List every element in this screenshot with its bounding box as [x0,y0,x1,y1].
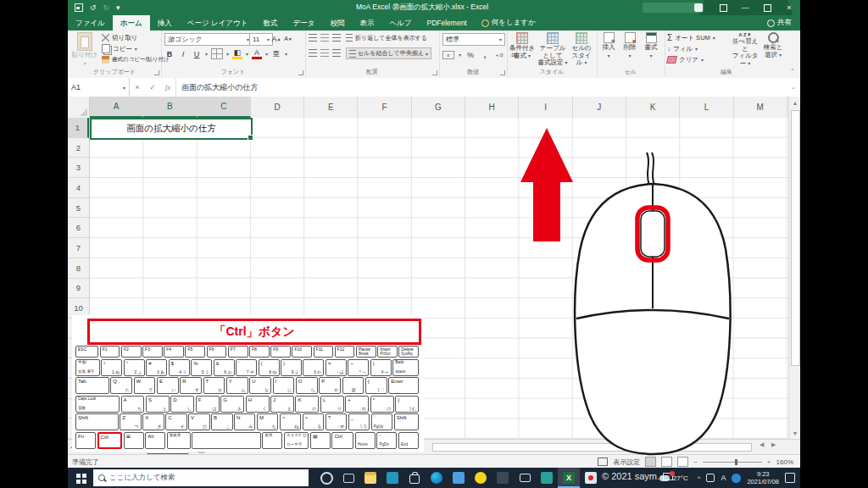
tab-表示[interactable]: 表示 [352,15,381,30]
comma-style-button[interactable]: , [480,49,490,60]
column-header-G[interactable]: G [412,97,465,118]
paste-button[interactable]: 貼り付け [71,32,98,67]
row-header-9[interactable]: 9 [68,279,89,299]
align-top-icon[interactable] [309,34,317,42]
fill-color-button[interactable]: ◧ [232,48,242,59]
account-avatar[interactable] [643,3,704,13]
zoom-level[interactable]: 160% [776,458,793,466]
column-header-H[interactable]: H [465,97,519,118]
mail-icon[interactable] [514,468,536,488]
ime-mode-letter[interactable]: A [721,474,726,482]
enter-icon[interactable]: ✓ [145,78,160,97]
column-header-K[interactable]: K [626,97,680,118]
ime-icon[interactable] [732,474,741,483]
row-header-3[interactable]: 3 [68,158,89,178]
scroll-right-icon[interactable]: ▶ [771,441,776,448]
column-header-M[interactable]: M [734,97,787,118]
column-header-E[interactable]: E [304,97,358,118]
vertical-scroll-thumb[interactable] [791,110,800,366]
underline-button[interactable]: U [192,48,202,59]
photos-icon[interactable] [381,468,403,488]
clipboard-dialog-launcher-icon[interactable] [154,70,159,75]
tab-PDFelement[interactable]: PDFelement [419,15,474,30]
delete-cells-button[interactable]: 削除 [620,32,639,59]
align-middle-icon[interactable] [320,34,329,42]
speaker-icon[interactable] [492,468,514,488]
cell-a1-selected[interactable]: 画面の拡大縮小の仕方 [90,118,253,140]
taskbar-clock[interactable]: 9:23 2021/07/08 [747,470,779,486]
row-header-5[interactable]: 5 [68,198,89,219]
borders-button[interactable] [211,48,223,59]
cut-button[interactable]: 切り取り [102,32,170,43]
insert-cells-button[interactable]: 挿入 [599,32,618,59]
tray-link-icon[interactable] [706,474,715,482]
tab-データ[interactable]: データ [285,15,322,30]
align-left-icon[interactable] [309,49,317,57]
grow-font-button[interactable]: A▲ [271,33,281,44]
scroll-down-icon[interactable]: ▼ [789,427,800,439]
tab-ホーム[interactable]: ホーム [113,15,150,30]
row-header-1[interactable]: 1 [68,118,89,138]
font-name-select[interactable]: 游ゴシック [164,33,253,46]
row-header-4[interactable]: 4 [68,178,89,198]
camera-icon[interactable] [580,468,602,488]
tab-挿入[interactable]: 挿入 [150,15,180,30]
merge-center-button[interactable]: セルを結合して中央揃え [346,47,431,59]
store-icon[interactable] [403,468,426,488]
vertical-scrollbar[interactable]: ▲ ▼ [788,97,800,439]
minimize-button[interactable]: — [734,0,756,15]
find-select-button[interactable]: 検索と選択 [761,32,785,58]
wrap-text-button[interactable]: 折り返して全体を表示する [346,32,427,43]
row-header-6[interactable]: 6 [68,218,89,238]
align-bottom-icon[interactable] [332,34,341,42]
column-header-L[interactable]: L [680,97,733,118]
italic-button[interactable]: I [178,48,188,59]
scroll-up-icon[interactable]: ▲ [789,97,800,108]
font-dialog-launcher-icon[interactable] [298,70,303,75]
conditional-formatting-button[interactable]: 条件付き書式 [509,32,536,59]
undo-icon[interactable]: ↺ [90,4,97,12]
number-dialog-launcher-icon[interactable] [500,70,505,75]
tab-ファイル[interactable]: ファイル [68,15,113,30]
fill-button[interactable]: ↓フィル [667,43,715,54]
app-yellow-icon[interactable] [470,468,492,488]
row-header-8[interactable]: 8 [68,258,89,279]
tab-数式[interactable]: 数式 [255,15,285,30]
format-painter-button[interactable]: 書式のコピー/貼り付け [102,54,170,65]
column-header-J[interactable]: J [573,97,626,118]
tell-me-box[interactable]: 何をしますか [475,15,542,30]
column-header-F[interactable]: F [358,97,411,118]
align-center-icon[interactable] [320,49,329,57]
collapse-ribbon-icon[interactable]: ⌃ [790,68,795,75]
tab-ページ レイアウト[interactable]: ページ レイアウト [180,15,256,30]
column-header-B[interactable]: B [143,97,197,118]
phonetic-button[interactable]: 亜 [271,48,281,59]
start-button[interactable] [68,468,93,488]
increase-decimal-button[interactable]: +.0 [494,49,504,60]
align-right-icon[interactable] [332,49,341,57]
insert-function-icon[interactable]: fx [160,78,175,97]
hidden-icons-chevron[interactable]: ^ [698,474,701,482]
select-all-corner[interactable] [68,97,90,118]
bold-button[interactable]: B [164,48,175,59]
cancel-icon[interactable]: × [130,78,145,97]
column-header-A[interactable]: A [90,97,143,118]
clear-button[interactable]: クリア [667,54,715,65]
copy-button[interactable]: コピー [102,43,170,54]
excel-icon[interactable] [558,468,580,488]
alignment-dialog-launcher-icon[interactable] [432,70,437,75]
edge-icon[interactable] [426,468,448,488]
column-header-I[interactable]: I [519,97,572,118]
autosum-button[interactable]: Σオート SUM [667,32,715,43]
number-format-select[interactable]: 標準 [442,33,505,46]
share-button[interactable]: 共有 [767,15,800,30]
currency-format-icon[interactable]: ¤ [442,51,454,59]
name-box[interactable]: A1 [68,78,130,97]
cortana-icon[interactable] [315,468,337,488]
column-header-D[interactable]: D [251,97,304,118]
file-explorer-icon[interactable] [359,468,381,488]
fill-handle[interactable] [248,135,253,141]
font-size-select[interactable]: 11 [249,33,273,46]
scroll-left-icon[interactable]: ◀ [760,441,764,448]
close-button[interactable]: × [778,0,800,15]
